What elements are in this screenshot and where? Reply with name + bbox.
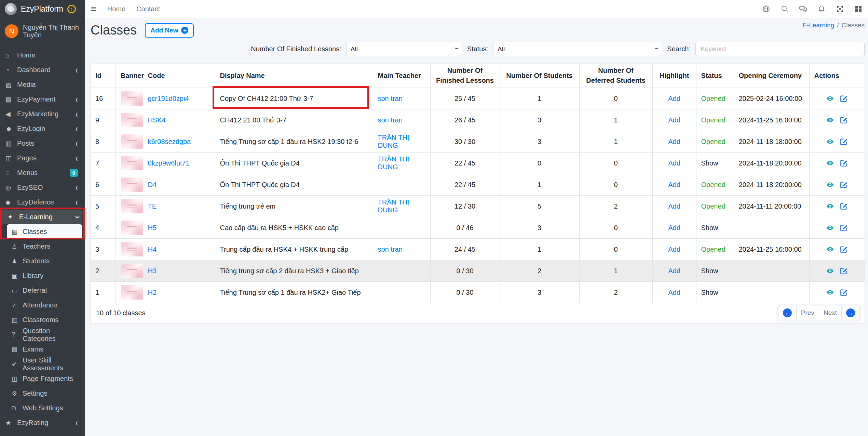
edit-action-button[interactable] <box>840 159 848 167</box>
search-input[interactable] <box>695 42 865 56</box>
sidebar-item-ezylogin[interactable]: ☻ EzyLogin ‹ <box>0 121 82 136</box>
last-page-button[interactable]: → <box>841 306 859 320</box>
main-teacher-link[interactable]: son tran <box>378 246 403 253</box>
chat-icon[interactable] <box>799 5 807 13</box>
sidebar-item-settings[interactable]: ⚙ Settings <box>7 386 82 401</box>
highlight-add-link[interactable]: Add <box>668 138 680 145</box>
user-panel[interactable]: N Nguyễn Thị Thanh Tuyền <box>0 18 85 45</box>
sidebar-item-ezydefence[interactable]: ◆ EzyDefence ‹ <box>0 195 82 210</box>
highlight-add-link[interactable]: Add <box>668 181 680 188</box>
edit-action-button[interactable] <box>840 181 848 189</box>
sidebar-item-students[interactable]: ♟ Students <box>7 254 82 268</box>
edit-action-button[interactable] <box>840 267 848 275</box>
view-action-button[interactable] <box>826 245 834 253</box>
edit-action-button[interactable] <box>840 202 848 210</box>
sidebar-item-pages[interactable]: ◫ Pages ‹ <box>0 151 82 166</box>
bell-icon[interactable] <box>817 5 826 13</box>
class-code-link[interactable]: HSK4 <box>148 116 166 124</box>
main-teacher-link[interactable]: son tran <box>378 95 403 102</box>
fullscreen-icon[interactable] <box>836 5 844 13</box>
edit-action-button[interactable] <box>840 224 848 232</box>
topnav-contact-link[interactable]: Contact <box>136 5 160 13</box>
sidebar-item-dashboard[interactable]: ◔ Dashboard ‹ <box>0 63 82 77</box>
highlight-cell: Add <box>652 131 696 153</box>
sidebar-item-media[interactable]: ▨ Media <box>0 77 82 92</box>
main-teacher-link[interactable]: son tran <box>378 116 403 124</box>
view-action-button[interactable] <box>826 94 834 103</box>
class-code-link[interactable]: H2 <box>148 289 157 296</box>
edit-action-button[interactable] <box>840 116 848 124</box>
sidebar-item-menus[interactable]: ≡ Menus 0 <box>0 166 82 180</box>
plus-circle-icon: + <box>181 27 188 34</box>
sidebar-item-page-fragments[interactable]: ◫ Page Fragments <box>7 371 82 386</box>
sidebar-item-e-learning[interactable]: ✦ E-Learning ‹ <box>2 210 82 224</box>
highlight-add-link[interactable]: Add <box>668 95 680 102</box>
globe-icon[interactable] <box>762 5 770 13</box>
class-code-link[interactable]: k6r08sezdgba <box>148 138 191 145</box>
prev-page-button[interactable]: Prev <box>796 306 819 320</box>
sidebar-item-user-skill-assessments[interactable]: ✔ User Skill Assessments <box>7 357 82 371</box>
class-code-cell: H3 <box>143 260 215 282</box>
grid-menu-icon[interactable] <box>854 5 863 13</box>
class-code-link[interactable]: H4 <box>148 246 157 253</box>
edit-action-button[interactable] <box>840 245 848 253</box>
sidebar-item-home[interactable]: ⌂ Home <box>0 48 82 63</box>
highlight-add-link[interactable]: Add <box>668 159 680 167</box>
status-text: Opened <box>701 138 725 145</box>
sidebar-item-ezymarketing[interactable]: ◀ EzyMarketing ‹ <box>0 107 82 121</box>
view-action-button[interactable] <box>826 288 834 296</box>
view-action-button[interactable] <box>826 137 834 146</box>
hamburger-menu-icon[interactable]: ≡ <box>91 4 96 14</box>
finished-lessons-select[interactable]: All <box>346 42 462 56</box>
sidebar-item-posts[interactable]: ▥ Posts ‹ <box>0 136 82 151</box>
highlight-add-link[interactable]: Add <box>668 224 680 232</box>
class-banner-image <box>121 264 143 278</box>
sidebar-item-teachers[interactable]: ♙ Teachers <box>7 239 82 254</box>
view-action-button[interactable] <box>826 159 834 167</box>
highlight-add-link[interactable]: Add <box>668 116 680 124</box>
main-teacher-link[interactable]: TRẦN THỊ DUNG <box>378 155 409 171</box>
class-code-link[interactable]: gcr191d0zpi4 <box>148 95 189 102</box>
status-select[interactable]: All <box>493 42 662 56</box>
edit-action-button[interactable] <box>840 94 848 103</box>
class-code-link[interactable]: TE <box>148 202 157 210</box>
class-code-link[interactable]: H3 <box>148 267 157 275</box>
view-action-button[interactable] <box>826 202 834 210</box>
main-teacher-link[interactable]: TRẦN THỊ DUNG <box>378 134 409 149</box>
first-page-button[interactable]: ← <box>778 306 796 320</box>
topnav-home-link[interactable]: Home <box>107 5 125 13</box>
view-action-button[interactable] <box>826 116 834 124</box>
class-code-link[interactable]: D4 <box>148 181 157 188</box>
breadcrumb-elearning-link[interactable]: E-Learning <box>802 22 834 29</box>
sidebar-item-web-settings[interactable]: ⧉ Web Settings <box>7 401 82 415</box>
next-page-button[interactable]: Next <box>819 306 841 320</box>
sidebar-item-exams[interactable]: ▤ Exams <box>7 342 82 357</box>
search-icon[interactable] <box>781 5 789 13</box>
view-action-button[interactable] <box>826 224 834 232</box>
sidebar-item-ezyseo[interactable]: ◎ EzySEO ‹ <box>0 180 82 195</box>
opening-ceremony-cell: 2024-11-18 18:00:00 <box>734 131 809 153</box>
sidebar-item-classes[interactable]: ▦ Classes <box>7 224 82 239</box>
edit-action-button[interactable] <box>840 137 848 146</box>
highlight-add-link[interactable]: Add <box>668 289 680 296</box>
sidebar-item-ezyrating[interactable]: ★ EzyRating ‹ <box>0 415 82 430</box>
highlight-add-link[interactable]: Add <box>668 246 680 253</box>
highlight-add-link[interactable]: Add <box>668 267 680 275</box>
sidebar-item-ezypayment[interactable]: ▤ EzyPayment ‹ <box>0 92 82 107</box>
view-action-button[interactable] <box>826 267 834 275</box>
brand[interactable]: EzyPlatform ↑ <box>0 0 85 18</box>
sidebar-item-attendance[interactable]: ✓ Attendance <box>7 298 82 313</box>
edit-action-button[interactable] <box>840 288 848 296</box>
view-action-button[interactable] <box>826 181 834 189</box>
sidebar-item-question-categories[interactable]: ? Question Categories <box>7 327 82 342</box>
sidebar-item-deferral[interactable]: ▭ Deferral <box>7 283 82 298</box>
class-code-link[interactable]: 0kzp9w6lut71 <box>148 159 190 167</box>
class-banner-image <box>121 285 143 300</box>
columns-icon: ◫ <box>5 154 17 162</box>
sidebar-item-library[interactable]: ▣ Library <box>7 268 82 283</box>
highlight-add-link[interactable]: Add <box>668 202 680 210</box>
main-teacher-link[interactable]: TRẦN THỊ DUNG <box>378 198 409 214</box>
sidebar-item-classrooms[interactable]: ▥ Classrooms <box>7 313 82 327</box>
class-code-link[interactable]: H5 <box>148 224 157 232</box>
add-new-button[interactable]: Add New + <box>145 23 194 38</box>
